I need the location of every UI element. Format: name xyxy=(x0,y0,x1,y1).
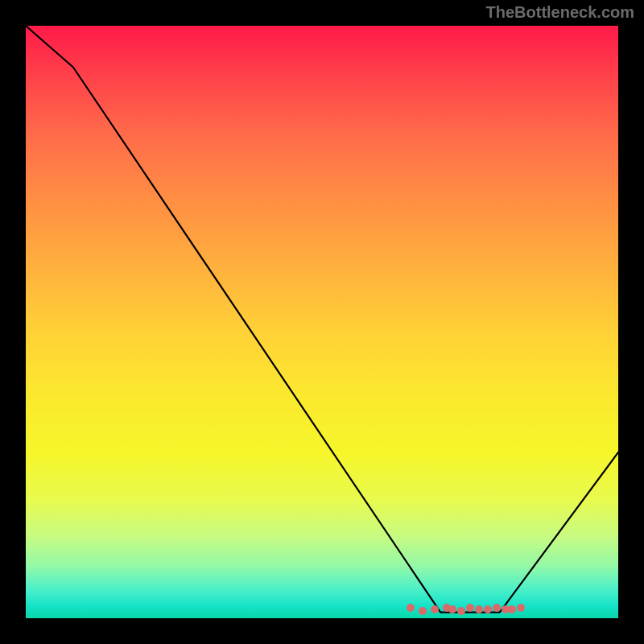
line-chart-curve xyxy=(26,26,618,618)
curve-marker xyxy=(484,605,492,613)
curve-marker xyxy=(493,604,501,612)
curve-marker xyxy=(517,604,525,612)
curve-marker xyxy=(508,605,516,613)
curve-marker xyxy=(475,605,483,613)
curve-marker xyxy=(407,604,415,612)
curve-marker xyxy=(466,604,474,612)
curve-marker xyxy=(419,607,427,615)
watermark-text: TheBottleneck.com xyxy=(486,3,634,22)
chart-plot-area xyxy=(26,26,618,618)
curve-marker xyxy=(431,605,439,613)
curve-marker xyxy=(457,607,465,615)
curve-marker xyxy=(448,605,456,613)
curve-path xyxy=(26,26,618,613)
